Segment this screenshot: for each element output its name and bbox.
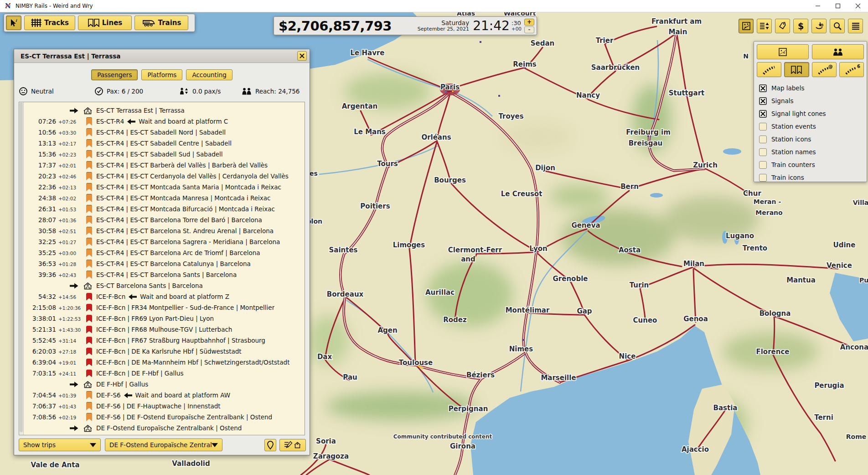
- stop-row[interactable]: 13:13+02:17ES-CT-R4 | ES-CT Sabadell Cen…: [25, 138, 304, 149]
- option-train-icons[interactable]: Train icons: [759, 171, 864, 184]
- option-train-counters[interactable]: Train counters: [759, 158, 864, 171]
- stop-row[interactable]: 2:15:08+1:20:36ICE-F-Bcn | FR34 Montpell…: [25, 302, 304, 313]
- trip-list-scrollbar[interactable]: [19, 102, 24, 435]
- menu-button[interactable]: [848, 19, 863, 33]
- tab-accounting[interactable]: Accounting: [186, 69, 232, 80]
- stop-row[interactable]: 17:37+02:01ES-CT-R4 | ES-CT Barberà del …: [25, 160, 304, 171]
- lines-button[interactable]: Lines: [78, 16, 132, 30]
- arrow-left-icon: [129, 294, 137, 300]
- stop-row[interactable]: 5:52:45+31:14ICE-F-Bcn | FR67 Straßburg …: [25, 335, 304, 346]
- lines-view-button[interactable]: [784, 62, 809, 77]
- option-label: Station events: [771, 123, 816, 130]
- line-badge-icon: [86, 293, 92, 301]
- stop-row[interactable]: 3:38:01+1:22:53ICE-F-Bcn | FR69 Lyon Par…: [25, 313, 304, 324]
- mood-label: Neutral: [31, 88, 54, 95]
- map-label: Argentan: [342, 102, 378, 110]
- option-station-names[interactable]: Station names: [759, 146, 864, 158]
- checkbox-unchecked-icon[interactable]: [759, 148, 767, 156]
- stop-time: 6:39:04: [25, 359, 56, 366]
- wait-row[interactable]: 07:26+07:26ES-CT-R4Wait and board at pla…: [25, 116, 304, 127]
- finances-button[interactable]: $: [793, 19, 808, 33]
- line-badge-icon: [86, 216, 92, 224]
- trains-button[interactable]: Trains: [134, 16, 188, 30]
- money-display: $2,706,857,793: [279, 18, 392, 34]
- station-window-titlebar[interactable]: ES-CT Terrassa Est | Terrassa: [14, 49, 310, 63]
- select-tool-button[interactable]: i: [6, 16, 21, 30]
- station-header-row[interactable]: DE F-Hbf | Gallus: [25, 379, 304, 390]
- station-header-row[interactable]: ES-CT Terrassa Est | Terrassa: [25, 105, 304, 116]
- option-map-labels[interactable]: Map labels: [759, 82, 864, 94]
- close-window-button[interactable]: [848, 0, 868, 12]
- line-badge-icon: [86, 150, 92, 158]
- stop-time: 24:38: [25, 194, 56, 202]
- stop-row[interactable]: 24:38+02:02ES-CT-R4 | ES-CT Montcada Man…: [25, 193, 304, 204]
- stop-delta: +03:30: [56, 129, 79, 136]
- time-speed-down-button[interactable]: -: [524, 26, 534, 33]
- stop-row[interactable]: 7:08:56+02:19DE-F-S6 | DE F-Ostend Europ…: [25, 412, 304, 423]
- checkbox-unchecked-icon[interactable]: [759, 123, 767, 130]
- station-header-row[interactable]: ES-CT Barcelona Sants | Barcelona: [25, 280, 304, 291]
- stop-row[interactable]: 5:21:31+1:43:30ICE-F-Bcn | FR68 Mulhouse…: [25, 324, 304, 335]
- map-label: Aurillac: [425, 288, 455, 297]
- schedule-sort-button[interactable]: [757, 19, 772, 33]
- trips-dropdown[interactable]: Show trips: [19, 438, 101, 451]
- stop-row[interactable]: 32:25+01:27ES-CT-R4 | ES-CT Barcelona Sa…: [25, 236, 304, 247]
- tracks-view-button[interactable]: [757, 62, 781, 77]
- passengers-overlay-button[interactable]: [812, 44, 864, 59]
- stop-label: ES-CT-R4 | ES-CT Barcelona Sagrera - Mer…: [96, 238, 280, 245]
- station-header-label: ES-CT Terrassa Est | Terrassa: [96, 107, 185, 114]
- checkbox-checked-icon[interactable]: [759, 110, 767, 118]
- stop-row[interactable]: 10:56+03:30ES-CT-R4 | ES-CT Sabadell Nor…: [25, 127, 304, 138]
- time-speed-up-button[interactable]: +: [524, 19, 534, 26]
- lines-icon: [790, 66, 802, 74]
- station-select-dropdown[interactable]: DE F-Ostend Europaïsche Zentralba: [105, 438, 222, 451]
- stop-row[interactable]: 6:20:03+27:18ICE-F-Bcn | DE Ka Karlsruhe…: [25, 346, 304, 357]
- stop-row[interactable]: 28:07+01:36ES-CT-R4 | ES-CT Barcelona To…: [25, 214, 304, 225]
- stop-row[interactable]: 20:23+02:46ES-CT-R4 | ES-CT Cerdanyola d…: [25, 171, 304, 182]
- map-label: Gap: [577, 307, 592, 315]
- map-overlay-button[interactable]: [757, 44, 809, 59]
- checkbox-checked-icon[interactable]: [759, 97, 767, 105]
- checkbox-unchecked-icon[interactable]: [759, 136, 767, 143]
- stop-row[interactable]: 6:39:04+19:01ICE-F-Bcn | DE Ma-Mannheim …: [25, 357, 304, 368]
- track-signals-view-button[interactable]: @: [812, 62, 837, 77]
- search-button[interactable]: [830, 19, 845, 33]
- checkbox-checked-icon[interactable]: [759, 84, 767, 92]
- stop-row[interactable]: 22:36+02:13ES-CT-R4 | ES-CT Montcada San…: [25, 182, 304, 193]
- tracks-button[interactable]: Tracks: [24, 16, 75, 30]
- stop-row[interactable]: 30:58+02:51ES-CT-R4 | ES-CT Barcelona St…: [25, 225, 304, 236]
- option-station-icons[interactable]: Station icons: [759, 133, 864, 146]
- map-options-list: Map labelsSignalsSignal light conesStati…: [757, 82, 864, 184]
- wait-label: Wait and board at platform AW: [135, 391, 230, 399]
- option-signal-light-cones[interactable]: Signal light cones: [759, 107, 864, 120]
- track-routes-view-button[interactable]: 6: [839, 62, 864, 77]
- stop-row[interactable]: 26:31+01:53ES-CT-R4 | ES-CT Montcada Bif…: [25, 204, 304, 214]
- edit-station-button[interactable]: [279, 439, 306, 451]
- stop-time: 7:06:37: [25, 402, 56, 410]
- overlay-stamp-button[interactable]: [739, 19, 754, 33]
- stop-row[interactable]: 15:36+02:23ES-CT-R4 | ES-CT Sabadell Sud…: [25, 149, 304, 160]
- wait-row[interactable]: 54:32+14:56ICE-F-BcnWait and board at pl…: [25, 291, 304, 302]
- stop-row[interactable]: 39:36+02:43ES-CT-R4 | ES-CT Barcelona Sa…: [25, 269, 304, 280]
- checkbox-unchecked-icon[interactable]: [759, 161, 767, 169]
- stop-row[interactable]: 35:25+03:00ES-CT-R4 | ES-CT Barcelona Ar…: [25, 247, 304, 258]
- locate-on-map-button[interactable]: [264, 439, 276, 451]
- option-signals[interactable]: Signals: [759, 94, 864, 107]
- stop-row[interactable]: 7:03:15+24:11ICE-F-Bcn | DE F-Hbf | Gall…: [25, 368, 304, 379]
- checkbox-unchecked-icon[interactable]: [759, 174, 767, 182]
- date-display: Saturday September 25, 2021: [418, 20, 469, 32]
- tab-platforms[interactable]: Platforms: [141, 69, 182, 80]
- station-header-row[interactable]: DE F-Ostend Europaïsche Zentralbank | Os…: [25, 423, 304, 433]
- tracks-label: Tracks: [44, 19, 69, 27]
- tags-button[interactable]: [775, 19, 790, 33]
- line-badge-icon: [86, 183, 92, 191]
- tab-passengers[interactable]: Passengers: [91, 69, 138, 80]
- option-station-events[interactable]: Station events: [759, 120, 864, 133]
- minimize-button[interactable]: [808, 0, 828, 12]
- steam-workshop-button[interactable]: [811, 19, 827, 33]
- wait-row[interactable]: 7:04:54+01:39DE-F-S6Wait and board at pl…: [25, 390, 304, 401]
- stop-row[interactable]: 7:06:37+01:43DE-F-S6 | DE F-Hauptwache |…: [25, 401, 304, 412]
- close-station-window-button[interactable]: [297, 51, 307, 61]
- stop-row[interactable]: 36:53+01:28ES-CT-R4 | ES-CT Barcelona Ca…: [25, 258, 304, 269]
- maximize-button[interactable]: [828, 0, 848, 12]
